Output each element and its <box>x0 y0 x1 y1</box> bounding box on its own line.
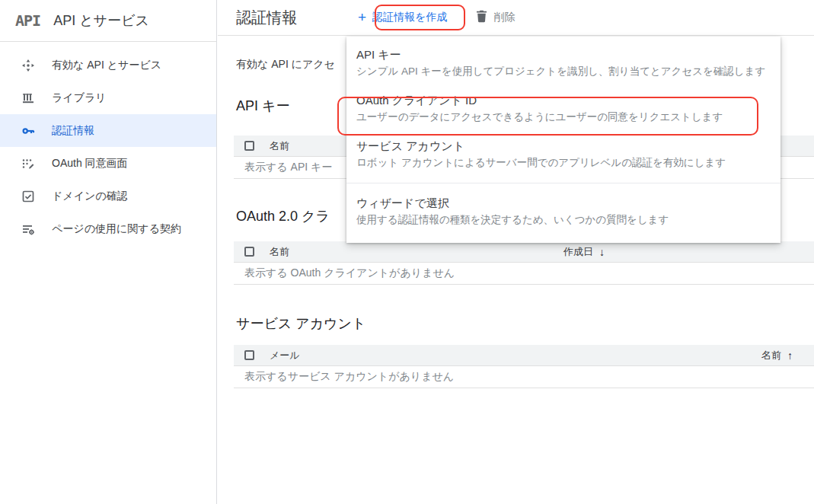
service-accounts-empty-row: 表示するサービス アカウントがありません <box>234 366 814 388</box>
sidebar-item-label: OAuth 同意画面 <box>52 157 128 171</box>
sidebar-item-credentials[interactable]: 認証情報 <box>0 114 216 147</box>
consent-screen-icon <box>21 157 35 171</box>
api-keys-heading: API キー <box>236 97 289 115</box>
app-title: API とサービス <box>53 11 149 30</box>
sidebar-item-oauth-consent[interactable]: OAuth 同意画面 <box>0 147 216 180</box>
sort-ascending-icon: ↑ <box>787 349 793 362</box>
library-icon <box>21 91 35 105</box>
create-credentials-menu: API キー シンプル API キーを使用してプロジェクトを識別し、割り当てとア… <box>346 37 780 243</box>
checked-box-icon <box>21 190 35 203</box>
column-header-email[interactable]: メール <box>270 349 300 362</box>
create-credentials-label: 認証情報を作成 <box>372 11 447 24</box>
sidebar-item-label: 認証情報 <box>52 124 94 138</box>
sidebar: API API とサービス 有効な API とサービス ライブラリ 認 <box>0 0 217 504</box>
key-icon <box>21 124 35 138</box>
oauth-clients-table: 名前 作成日 ↓ 表示する OAuth クライアントがありません <box>234 241 814 285</box>
plus-icon: + <box>358 12 366 23</box>
sidebar-item-library[interactable]: ライブラリ <box>0 81 216 114</box>
empty-state-text: 表示するサービス アカウントがありません <box>244 370 454 384</box>
create-credentials-button[interactable]: + 認証情報を作成 <box>350 6 455 29</box>
sidebar-nav: 有効な API とサービス ライブラリ 認証情報 OAuth 同意画面 <box>0 42 216 245</box>
column-header-created[interactable]: 作成日 ↓ <box>563 245 605 259</box>
apis-compass-icon <box>21 59 35 72</box>
page: API API とサービス 有効な API とサービス ライブラリ 認 <box>0 0 814 504</box>
column-header-name[interactable]: 名前 ↑ <box>761 349 793 362</box>
sidebar-header: API API とサービス <box>0 0 216 42</box>
menu-item-api-key[interactable]: API キー シンプル API キーを使用してプロジェクトを識別し、割り当てとア… <box>346 40 780 85</box>
main-header: 認証情報 + 認証情報を作成 削除 <box>218 0 814 36</box>
oauth-clients-heading: OAuth 2.0 クラ <box>236 207 330 225</box>
service-accounts-table: メール 名前 ↑ 表示するサービス アカウントがありません <box>234 345 814 388</box>
empty-state-text: 表示する API キー <box>244 161 332 174</box>
sidebar-item-label: ライブラリ <box>52 91 107 105</box>
oauth-empty-row: 表示する OAuth クライアントがありません <box>234 263 814 285</box>
sidebar-item-usage-agreements[interactable]: ページの使用に関する契約 <box>0 212 216 245</box>
sidebar-item-label: ドメインの確認 <box>52 190 128 203</box>
sort-descending-icon: ↓ <box>599 246 605 258</box>
service-accounts-heading: サービス アカウント <box>236 314 366 333</box>
sidebar-item-domain-verification[interactable]: ドメインの確認 <box>0 180 216 212</box>
menu-divider <box>346 183 780 183</box>
menu-item-wizard[interactable]: ウィザードで選択 使用する認証情報の種類を決定するため、いくつかの質問をします <box>346 188 780 234</box>
select-all-checkbox[interactable] <box>244 247 254 257</box>
menu-item-oauth-client-id[interactable]: OAuth クライアント ID ユーザーのデータにアクセスできるようにユーザーの… <box>346 85 780 131</box>
delete-button[interactable]: 削除 <box>476 10 515 25</box>
sidebar-item-enabled-apis[interactable]: 有効な API とサービス <box>0 49 216 81</box>
select-all-checkbox[interactable] <box>244 141 254 151</box>
intro-text: 有効な API にアクセ <box>236 58 335 72</box>
empty-state-text: 表示する OAuth クライアントがありません <box>244 266 455 280</box>
menu-item-service-account[interactable]: サービス アカウント ロボット アカウントによるサーバー間でのアプリレベルの認証… <box>346 131 780 177</box>
sidebar-item-label: ページの使用に関する契約 <box>52 222 181 236</box>
page-title: 認証情報 <box>236 8 297 28</box>
list-gear-icon <box>21 222 35 236</box>
trash-icon <box>476 10 487 25</box>
sidebar-item-label: 有効な API とサービス <box>52 59 161 72</box>
select-all-checkbox[interactable] <box>244 350 254 360</box>
column-header-name[interactable]: 名前 <box>270 245 289 259</box>
api-logo: API <box>15 11 40 30</box>
column-header-name[interactable]: 名前 <box>270 139 289 153</box>
delete-label: 削除 <box>493 11 515 24</box>
oauth-table-header: 名前 作成日 ↓ <box>234 241 814 263</box>
service-accounts-table-header: メール 名前 ↑ <box>234 345 814 366</box>
